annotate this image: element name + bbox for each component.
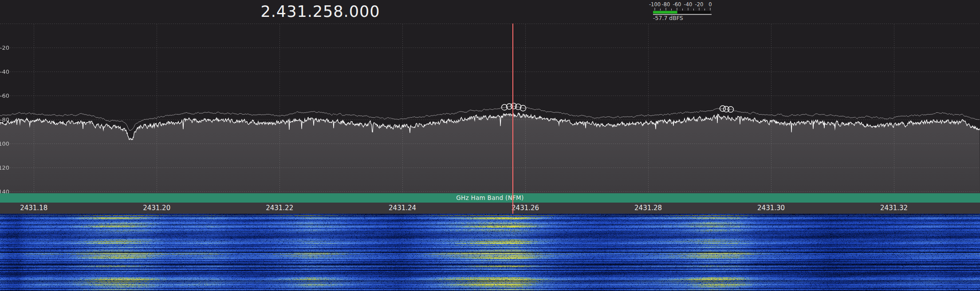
meter-scale: -100 -80 -60 -40 -20 0 — [649, 1, 712, 8]
frequency-axis[interactable]: 2431.182431.202431.222431.242431.262431.… — [0, 203, 980, 214]
frequency-tick-label: 2431.28 — [634, 203, 662, 214]
frequency-display[interactable]: 2.431.258.000 — [260, 1, 380, 22]
band-plan-bar: GHz Ham Band (NFM) — [0, 193, 980, 203]
frequency-tick-label: 2431.20 — [143, 203, 170, 214]
meter-value-label: -57.7 dBFS — [653, 15, 683, 21]
tuning-cursor-line[interactable] — [512, 24, 513, 214]
meter-scale-label: -20 — [695, 1, 704, 8]
sdr-window: 2.431.258.000 -100 -80 -60 -40 -20 0 -57… — [0, 0, 980, 291]
frequency-tick-label: 2431.24 — [389, 203, 416, 214]
meter-ruler-ticks — [655, 8, 710, 11]
spectrum-canvas[interactable] — [0, 24, 980, 193]
meter-scale-label: -100 — [649, 1, 661, 8]
signal-meter-svg: -100 -80 -60 -40 -20 0 -57.7 dBFS — [642, 0, 716, 21]
waterfall-canvas[interactable] — [0, 214, 980, 291]
frequency-tick-label: 2431.22 — [266, 203, 293, 214]
frequency-tick-label: 2431.30 — [757, 203, 785, 214]
meter-scale-label: -60 — [673, 1, 681, 8]
meter-scale-label: -80 — [662, 1, 670, 8]
signal-meter: -100 -80 -60 -40 -20 0 -57.7 dBFS — [642, 0, 716, 21]
meter-scale-label: 0 — [708, 1, 712, 8]
meter-scale-label: -40 — [684, 1, 693, 8]
band-plan-label: GHz Ham Band (NFM) — [456, 194, 523, 201]
meter-bar-fill — [653, 11, 677, 14]
frequency-tick-label: 2431.32 — [880, 203, 908, 214]
frequency-tick-label: 2431.18 — [20, 203, 47, 214]
frequency-tick-label: 2431.26 — [512, 203, 539, 214]
